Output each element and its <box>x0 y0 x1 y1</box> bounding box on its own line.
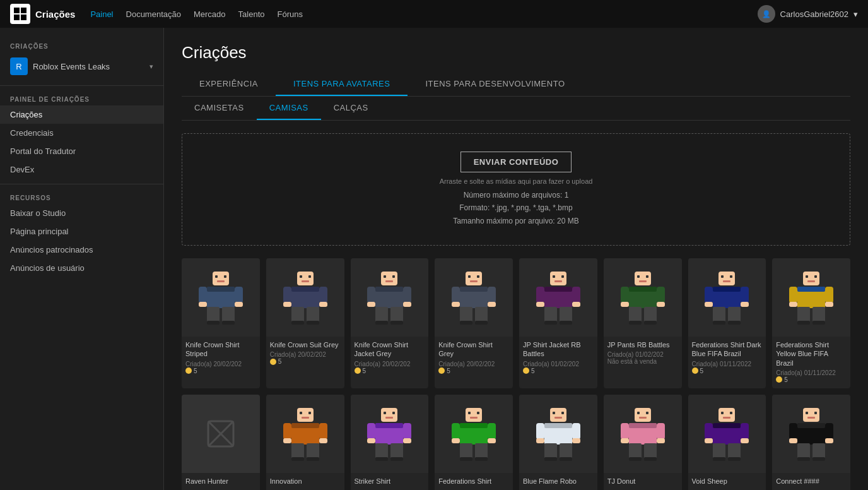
svg-rect-178 <box>639 417 647 419</box>
item-card[interactable]: Blue Flame Robo <box>519 395 597 490</box>
svg-rect-170 <box>572 438 580 443</box>
sidebar-item-credenciais[interactable]: Credenciais <box>0 124 163 142</box>
tab-experiencia[interactable]: EXPERIÊNCIA <box>182 73 276 96</box>
item-card[interactable]: Raven Hunter <box>182 395 260 490</box>
item-thumbnail <box>182 395 260 473</box>
nav-painel[interactable]: Painel <box>90 9 113 19</box>
user-menu[interactable]: 👤 CarlosGabriel2602 ▾ <box>758 5 858 23</box>
item-card[interactable]: Federations Shirt Dark Blue FIFA BrazilC… <box>688 258 766 388</box>
avatar-svg <box>618 269 668 326</box>
svg-rect-91 <box>723 280 730 282</box>
sidebar-item-baixar-studio[interactable]: Baixar o Studio <box>0 204 163 222</box>
item-card[interactable]: Knife Crown Shirt GreyCriado(a) 20/02/20… <box>435 258 513 388</box>
svg-rect-208 <box>797 423 825 428</box>
sidebar-item-devex[interactable]: DevEx <box>0 160 163 179</box>
svg-rect-66 <box>536 287 544 303</box>
price-value: 5 <box>194 368 197 374</box>
item-info: Federations Shirt Yellow Blue FIFA Brazi… <box>772 337 850 388</box>
svg-rect-113 <box>812 307 825 322</box>
svg-rect-81 <box>657 287 665 303</box>
svg-rect-56 <box>460 307 472 322</box>
nav-mercado[interactable]: Mercado <box>194 9 226 19</box>
svg-rect-130 <box>307 443 319 458</box>
svg-rect-199 <box>713 443 725 458</box>
item-thumbnail <box>266 258 344 337</box>
svg-rect-7 <box>217 280 225 282</box>
svg-rect-201 <box>713 457 725 461</box>
sidebar-item-anuncios-usuario[interactable]: Anúncios de usuário <box>0 259 163 277</box>
sidebar: CRIAÇÕES R Roblox Events Leaks ▾ PAINEL … <box>0 28 164 490</box>
svg-rect-209 <box>789 423 797 439</box>
item-card[interactable]: Void Sheep <box>688 395 766 490</box>
svg-rect-102 <box>803 272 819 285</box>
not-for-sale-label: Não está à venda <box>607 358 678 365</box>
site-logo[interactable]: Criações <box>10 4 75 24</box>
group-selector[interactable]: R Roblox Events Leaks ▾ <box>0 52 163 80</box>
item-card[interactable]: JP Shirt Jacket RB BattlesCriado(a) 01/0… <box>519 258 597 388</box>
tab-itens-desenvolvimento[interactable]: ITENS PARA DESENVOLVIMENTO <box>408 73 582 96</box>
avatar-svg <box>701 405 752 462</box>
item-thumbnail <box>604 258 682 337</box>
svg-rect-38 <box>367 287 375 303</box>
svg-rect-186 <box>644 443 657 458</box>
svg-rect-71 <box>560 307 572 322</box>
avatar-svg <box>786 405 836 462</box>
svg-rect-131 <box>291 457 304 461</box>
user-dropdown-icon[interactable]: ▾ <box>853 9 858 19</box>
sidebar-item-anuncios-patrocinados[interactable]: Anúncios patrocinados <box>0 241 163 259</box>
svg-rect-14 <box>207 307 220 322</box>
svg-rect-80 <box>621 287 629 303</box>
item-name: Knife Crown Shirt Grey <box>438 340 509 359</box>
svg-rect-152 <box>460 423 488 428</box>
sub-tab-calcas[interactable]: CALÇAS <box>321 97 381 120</box>
item-card[interactable]: Knife Crown Shirt Jacket GreyCriado(a) 2… <box>351 258 429 388</box>
item-price: 5 <box>692 368 763 374</box>
svg-rect-68 <box>536 302 544 307</box>
item-name: Striker Shirt <box>355 477 425 486</box>
svg-rect-163 <box>561 412 564 414</box>
svg-rect-177 <box>646 412 648 414</box>
nav-documentacao[interactable]: Documentação <box>126 9 181 19</box>
sidebar-item-portal-tradutor[interactable]: Portal do Tradutor <box>0 142 163 160</box>
svg-rect-216 <box>812 457 825 461</box>
sub-tab-camisas[interactable]: CAMISAS <box>257 97 321 120</box>
svg-rect-77 <box>639 280 647 282</box>
item-name: Federations Shirt Yellow Blue FIFA Brazi… <box>776 340 847 368</box>
price-value: 5 <box>363 368 367 374</box>
item-card[interactable]: Knife Crown Shirt StripedCriado(a) 20/02… <box>182 258 260 388</box>
item-card[interactable]: TJ Donut <box>604 395 682 490</box>
svg-rect-176 <box>637 412 640 414</box>
sub-tab-camisetas[interactable]: CAMISETAS <box>182 97 257 120</box>
item-card[interactable]: Knife Crown Suit GreyCriado(a) 20/02/202… <box>266 258 344 388</box>
avatar-svg <box>786 269 836 326</box>
nav-foruns[interactable]: Fóruns <box>277 9 302 19</box>
svg-rect-6 <box>224 275 226 278</box>
svg-rect-139 <box>367 423 375 439</box>
item-card[interactable]: Striker Shirt <box>351 395 429 490</box>
svg-rect-33 <box>384 275 386 278</box>
item-card[interactable]: Federations Shirt <box>435 395 513 490</box>
svg-rect-94 <box>705 287 713 303</box>
item-card[interactable]: Innovation <box>266 395 344 490</box>
item-info: Raven Hunter <box>182 473 260 490</box>
svg-rect-148 <box>468 412 471 414</box>
item-name: Knife Crown Suit Grey <box>270 340 341 349</box>
tab-itens-avatares[interactable]: ITENS PARA AVATARES <box>276 73 408 96</box>
item-card[interactable]: Federations Shirt Yellow Blue FIFA Brazi… <box>772 258 850 388</box>
item-thumbnail <box>519 258 597 337</box>
svg-rect-101 <box>728 321 741 325</box>
item-info: Innovation <box>266 473 344 490</box>
nav-talento[interactable]: Talento <box>238 9 265 19</box>
svg-rect-90 <box>730 275 732 278</box>
sidebar-item-pagina-principal[interactable]: Página principal <box>0 222 163 241</box>
svg-rect-32 <box>381 272 397 285</box>
item-card[interactable]: JP Pants RB BattlesCriado(a) 01/02/202Nã… <box>604 258 682 388</box>
svg-rect-35 <box>385 280 393 282</box>
item-card[interactable]: Connect #### <box>772 395 850 490</box>
sidebar-item-criacoes[interactable]: Criações <box>0 105 163 124</box>
upload-box: ENVIAR CONTEÚDO Arraste e solte as mídia… <box>182 133 850 246</box>
svg-rect-180 <box>629 423 657 428</box>
upload-button[interactable]: ENVIAR CONTEÚDO <box>460 152 572 172</box>
svg-rect-83 <box>657 302 665 307</box>
svg-rect-114 <box>797 321 810 325</box>
